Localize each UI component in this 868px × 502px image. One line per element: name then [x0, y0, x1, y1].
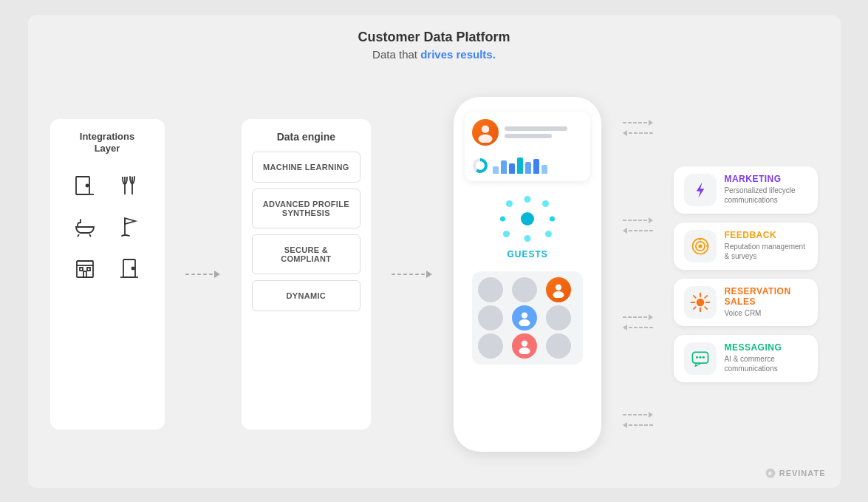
profile-header — [472, 119, 583, 146]
bi-arrow-feedback — [623, 217, 653, 234]
empty-avatar — [478, 277, 503, 302]
sunburst-icon — [690, 292, 711, 313]
flag-icon — [115, 213, 143, 241]
empty-avatar — [546, 333, 571, 359]
profile-card — [465, 112, 590, 181]
chat-dots-icon — [690, 348, 711, 369]
orbit-dot — [506, 200, 513, 207]
svg-point-46 — [703, 356, 705, 358]
channel-messaging: MESSAGING AI & commerce communications — [674, 335, 818, 382]
svg-point-2 — [86, 185, 89, 187]
feedback-desc: Reputation management & surveys — [724, 242, 807, 261]
orbit-dot — [542, 200, 549, 207]
svg-line-39 — [694, 295, 696, 297]
revinate-logo-icon: R — [765, 467, 776, 479]
avatar — [472, 119, 499, 146]
feedback-icon-wrap — [684, 230, 717, 262]
profile-lines — [505, 126, 583, 138]
profile-line — [505, 126, 567, 131]
reservation-icon-wrap — [684, 286, 717, 319]
svg-point-24 — [553, 291, 564, 298]
integrations-to-engine-arrow — [185, 271, 220, 278]
guests-dots — [502, 193, 553, 245]
svg-point-26 — [519, 319, 530, 326]
lightning-icon — [690, 180, 711, 200]
guests-section: GUESTS — [502, 193, 553, 260]
svg-line-7 — [78, 234, 79, 237]
orbit-dot — [524, 235, 531, 242]
empty-avatar — [512, 277, 537, 302]
svg-point-23 — [556, 284, 561, 290]
watermark: R REVINATE — [765, 467, 826, 479]
device-mockup: GUESTS — [454, 97, 601, 452]
orbit-dot — [500, 216, 505, 221]
svg-point-20 — [479, 134, 493, 142]
channel-reservation: RESERVATIONSALES Voice CRM — [674, 279, 818, 326]
engine-item-dynamic: DYNAMIC — [252, 280, 360, 311]
data-engine-panel: Data engine MACHINE LEARNING ADVANCED PR… — [242, 119, 371, 430]
svg-point-31 — [699, 244, 703, 248]
channel-feedback: FEEDBACK Reputation management & surveys — [674, 223, 818, 270]
hotel-icon — [71, 254, 99, 282]
svg-point-45 — [700, 356, 702, 358]
restaurant-icon — [115, 172, 143, 200]
svg-point-17 — [132, 268, 134, 270]
filled-avatar-red — [512, 333, 537, 359]
svg-point-27 — [522, 340, 527, 346]
orbit-dot — [545, 231, 552, 237]
messaging-info: MESSAGING AI & commerce communications — [724, 342, 807, 373]
page-title: Customer Data Platform — [358, 30, 510, 45]
bath-icon — [71, 213, 99, 241]
bi-arrow-messaging — [623, 412, 653, 428]
integrations-title: IntegrationsLayer — [80, 131, 134, 156]
svg-point-19 — [482, 125, 490, 133]
integrations-icon-grid — [71, 172, 143, 282]
center-dot — [521, 212, 534, 225]
bi-arrow-marketing — [623, 120, 653, 136]
target-icon — [690, 236, 711, 257]
channel-marketing: MARKETING Personalized lifecycle communi… — [674, 166, 818, 214]
engine-to-device-arrow — [392, 271, 432, 278]
data-engine-title: Data engine — [252, 131, 360, 143]
messaging-icon-wrap — [684, 342, 717, 375]
marketing-icon-wrap — [684, 174, 717, 206]
engine-item-secure: SECURE &COMPLIANT — [252, 234, 360, 274]
svg-rect-12 — [80, 268, 83, 271]
filled-avatar-blue — [512, 305, 537, 330]
svg-point-34 — [697, 298, 705, 306]
svg-line-41 — [705, 295, 708, 297]
profile-chart — [472, 150, 583, 174]
channels-panel: MARKETING Personalized lifecycle communi… — [674, 166, 818, 382]
messaging-label: MESSAGING — [724, 342, 807, 353]
svg-point-44 — [696, 356, 698, 358]
reservation-info: RESERVATIONSALES Voice CRM — [724, 286, 790, 318]
orbit-dot — [503, 231, 510, 237]
svg-text:R: R — [768, 471, 772, 476]
profile-line — [505, 134, 552, 138]
device-to-channels-arrows — [623, 68, 653, 481]
svg-point-28 — [519, 347, 530, 354]
bar-chart — [493, 153, 547, 174]
svg-rect-13 — [87, 268, 90, 271]
door-icon — [71, 172, 99, 200]
guests-label: GUESTS — [507, 249, 547, 260]
title-section: Customer Data Platform Data that drives … — [358, 30, 510, 61]
svg-line-8 — [89, 234, 91, 237]
engine-item-ml: MACHINE LEARNING — [252, 152, 360, 183]
marketing-info: MARKETING Personalized lifecycle communi… — [724, 174, 807, 205]
orbit-dot — [550, 216, 555, 221]
empty-avatar — [478, 305, 503, 330]
feedback-info: FEEDBACK Reputation management & surveys — [724, 230, 807, 261]
reservation-desc: Voice CRM — [724, 308, 790, 318]
filled-avatar — [546, 277, 571, 302]
marketing-label: MARKETING — [724, 174, 807, 184]
avatars-group — [472, 271, 583, 364]
feedback-label: FEEDBACK — [724, 230, 807, 240]
empty-avatar — [478, 333, 503, 359]
svg-point-25 — [522, 312, 527, 318]
reservation-label: RESERVATIONSALES — [724, 286, 790, 307]
svg-rect-14 — [83, 271, 86, 277]
empty-avatar — [546, 305, 571, 330]
main-container: Customer Data Platform Data that drives … — [28, 15, 841, 488]
integrations-panel: IntegrationsLayer — [50, 119, 165, 430]
